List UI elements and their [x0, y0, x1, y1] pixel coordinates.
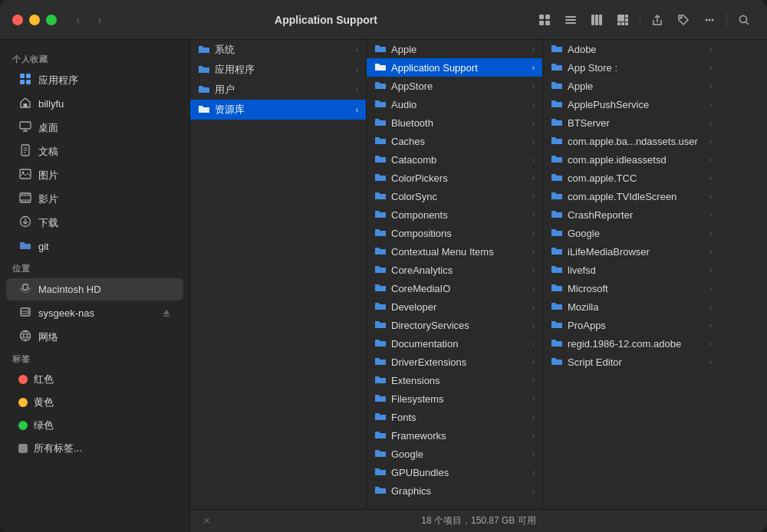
file-item[interactable]: livefsd› [543, 261, 719, 279]
file-item[interactable]: regid.1986-12.com.adobe› [543, 334, 719, 353]
file-item[interactable]: Bluetooth› [367, 113, 542, 132]
folder-icon [374, 117, 387, 129]
file-item[interactable]: ColorPickers› [367, 169, 542, 187]
file-item[interactable]: Extensions› [367, 371, 542, 389]
folder-icon [374, 337, 387, 350]
close-button[interactable] [12, 15, 23, 25]
sidebar-tag-red[interactable]: 红色 [6, 369, 183, 390]
file-name: com.apple.ba...ndassets.user [568, 136, 705, 147]
chevron-right-icon: › [709, 137, 712, 146]
tag-icon[interactable] [673, 9, 694, 31]
forward-button[interactable]: › [91, 11, 109, 29]
eject-icon[interactable] [162, 308, 171, 319]
chevron-right-icon: › [709, 229, 712, 238]
file-item[interactable]: Mozilla› [543, 297, 719, 316]
sidebar-tag-all[interactable]: 所有标签... [6, 438, 183, 459]
file-item[interactable]: Caches› [367, 132, 542, 150]
file-item[interactable]: ColorSync› [367, 187, 542, 205]
sidebar-item-downloads[interactable]: 下载 [6, 212, 183, 234]
sidebar-movies-label: 影片 [38, 192, 171, 206]
file-item[interactable]: DriverExtensions› [367, 353, 542, 371]
file-item[interactable]: Google› [543, 224, 719, 242]
locations-section-title: 位置 [0, 258, 189, 277]
file-item[interactable]: CoreAnalytics› [367, 261, 542, 279]
back-button[interactable]: ‹ [69, 11, 87, 29]
sidebar-item-photos[interactable]: 图片 [6, 164, 183, 186]
file-item[interactable]: Catacomb› [367, 150, 542, 169]
file-item[interactable]: 系统› [190, 40, 366, 60]
red-tag-dot [18, 375, 28, 384]
svg-rect-0 [539, 15, 544, 19]
file-item[interactable]: Adobe› [543, 40, 719, 58]
maximize-button[interactable] [46, 15, 57, 25]
file-item[interactable]: 资源库› [190, 100, 366, 120]
view-list-icon[interactable] [560, 9, 581, 31]
file-item[interactable]: AppStore› [367, 77, 542, 95]
chevron-right-icon: › [532, 192, 535, 201]
sidebar-item-home[interactable]: billyfu [6, 93, 183, 115]
more-options-icon[interactable] [699, 9, 720, 31]
file-item[interactable]: Microsoft› [543, 279, 719, 297]
file-item[interactable]: ApplePushService› [543, 95, 719, 113]
file-item[interactable]: iLifeMediaBrowser› [543, 242, 719, 261]
view-grid-icon[interactable] [534, 9, 555, 31]
sidebar-item-docs[interactable]: 文稿 [6, 140, 183, 163]
file-item[interactable]: Compositions› [367, 224, 542, 242]
folder-icon [374, 209, 387, 221]
file-item[interactable]: GPUBundles› [367, 463, 542, 481]
file-item[interactable]: Developer› [367, 297, 542, 316]
file-item[interactable]: Components› [367, 205, 542, 224]
file-item[interactable]: com.apple.TVIdleScreen› [543, 187, 719, 205]
file-item[interactable]: Apple› [543, 77, 719, 95]
file-item[interactable]: Documentation› [367, 334, 542, 353]
file-item[interactable]: Graphics› [367, 481, 542, 500]
svg-rect-27 [24, 103, 28, 107]
sidebar-item-nas[interactable]: sysgeek-nas [6, 302, 183, 324]
sidebar-item-movies[interactable]: 影片 [6, 188, 183, 210]
file-item[interactable]: 应用程序› [190, 60, 366, 80]
file-item[interactable]: ProApps› [543, 316, 719, 334]
file-name: GPUBundles [391, 467, 528, 478]
file-item[interactable]: Script Editor› [543, 353, 719, 371]
file-item[interactable]: com.apple.idleassetsd› [543, 150, 719, 169]
file-item[interactable]: Google› [367, 445, 542, 463]
folder-icon [551, 300, 563, 313]
file-item[interactable]: Frameworks› [367, 426, 542, 445]
file-item[interactable]: Audio› [367, 95, 542, 113]
file-item[interactable]: App Store :› [543, 58, 719, 77]
sidebar-item-macintosh[interactable]: Macintosh HD [6, 278, 183, 300]
view-gallery-icon[interactable] [612, 9, 634, 31]
chevron-right-icon: › [356, 106, 358, 114]
file-item[interactable]: BTServer› [543, 113, 719, 132]
file-name: BTServer [568, 117, 705, 129]
file-item[interactable]: com.apple.TCC› [543, 169, 719, 187]
view-columns-icon[interactable] [586, 9, 607, 31]
sidebar-item-git[interactable]: git [6, 235, 183, 258]
file-item[interactable]: com.apple.ba...ndassets.user› [543, 132, 719, 150]
sidebar-apps-label: 应用程序 [38, 74, 171, 87]
file-item[interactable]: Fonts› [367, 408, 542, 426]
sidebar-item-network[interactable]: 网络 [6, 326, 183, 348]
file-item[interactable]: CrashReporter› [543, 205, 719, 224]
minimize-button[interactable] [29, 15, 40, 25]
file-name: Google [568, 228, 705, 239]
search-icon[interactable] [733, 9, 755, 31]
sidebar-tag-yellow[interactable]: 黄色 [6, 392, 183, 413]
chevron-right-icon: › [532, 376, 535, 385]
share-icon[interactable] [647, 9, 668, 31]
sidebar-item-apps[interactable]: 应用程序 [6, 69, 183, 91]
folder-icon [551, 117, 563, 129]
file-item[interactable]: Apple› [367, 40, 542, 58]
file-item[interactable]: 用户› [190, 80, 366, 100]
file-item[interactable]: Filesystems› [367, 389, 542, 408]
file-item[interactable]: Application Support› [367, 58, 542, 77]
statusbar-close-button[interactable]: ✕ [202, 515, 211, 527]
file-item[interactable]: DirectoryServices› [367, 316, 542, 334]
folder-icon [374, 153, 387, 166]
file-item[interactable]: CoreMediaIO› [367, 279, 542, 297]
file-item[interactable]: Contextual Menu Items› [367, 242, 542, 261]
sidebar-item-desktop[interactable]: 桌面 [6, 117, 183, 139]
sidebar-downloads-label: 下载 [38, 216, 171, 230]
sidebar-tag-green[interactable]: 绿色 [6, 415, 183, 436]
chevron-right-icon: › [532, 413, 535, 422]
